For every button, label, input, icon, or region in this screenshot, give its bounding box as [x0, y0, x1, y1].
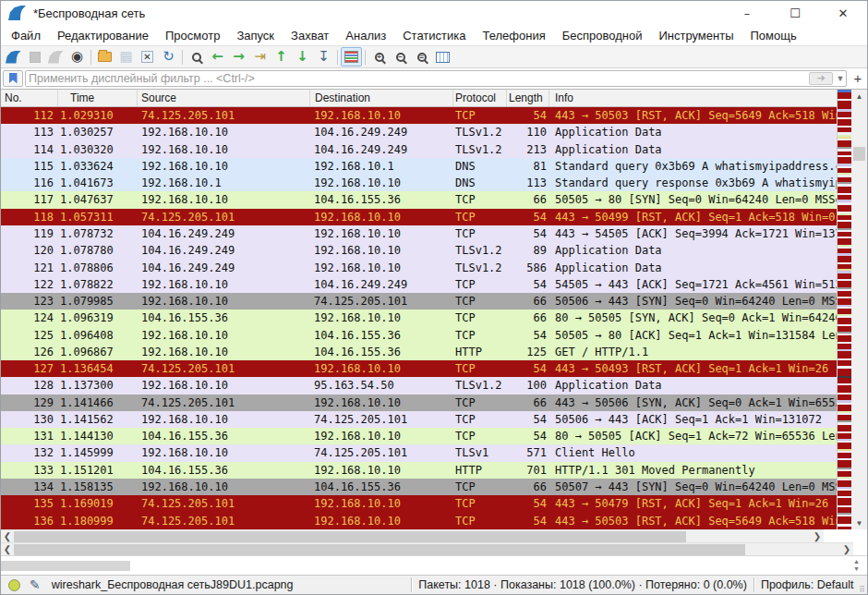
close-button[interactable]: ✕: [819, 1, 867, 25]
packet-row-120[interactable]: 1201.078780104.16.249.249192.168.10.10TL…: [1, 242, 837, 259]
packet-row-132[interactable]: 1321.145999192.168.10.1074.125.205.101TL…: [1, 444, 837, 461]
packet-row-119[interactable]: 1191.078732104.16.249.249192.168.10.10TC…: [1, 225, 837, 242]
packet-list-hscrollbar[interactable]: ❮ ❯: [1, 529, 824, 542]
packet-row-117[interactable]: 1171.047637192.168.10.10104.16.155.36TCP…: [1, 191, 837, 208]
column-header-source[interactable]: Source: [138, 90, 310, 106]
next-packet-icon[interactable]: →: [228, 47, 249, 67]
packet-row-129[interactable]: 1291.14146674.125.205.101192.168.10.10TC…: [1, 395, 837, 411]
reload-file-icon[interactable]: ↻: [158, 47, 179, 67]
column-header-length[interactable]: Length: [507, 90, 549, 106]
apply-filter-button[interactable]: ➜: [809, 72, 833, 85]
spinner-down-icon[interactable]: ▼: [853, 565, 860, 573]
goto-packet-icon[interactable]: ⇥: [249, 47, 271, 67]
zoom-original-icon[interactable]: =: [411, 47, 432, 67]
cell-src: 192.168.10.10: [138, 344, 310, 360]
menu-item-1[interactable]: Редактирование: [49, 27, 157, 44]
menu-item-2[interactable]: Просмотр: [157, 27, 228, 44]
packet-row-128[interactable]: 1281.137300192.168.10.1095.163.54.50TLSv…: [1, 377, 837, 394]
menu-item-10[interactable]: Помощь: [742, 27, 805, 44]
hscroll-thumb-1[interactable]: [14, 531, 686, 542]
packet-row-136[interactable]: 1361.18099974.125.205.101192.168.10.10TC…: [1, 512, 837, 528]
column-header-no[interactable]: No.: [1, 90, 58, 106]
open-file-icon[interactable]: [94, 47, 115, 67]
packet-row-125[interactable]: 1251.096408192.168.10.10104.16.155.36TCP…: [1, 326, 837, 343]
packet-row-124[interactable]: 1241.096319104.16.155.36192.168.10.10TCP…: [1, 310, 837, 326]
scroll-right-icon[interactable]: ❯: [840, 543, 853, 556]
scroll-left-icon[interactable]: ❮: [1, 543, 14, 556]
column-header-destination[interactable]: Destination: [310, 90, 453, 106]
menu-item-9[interactable]: Инструменты: [650, 27, 741, 44]
vertical-scrollbar[interactable]: ▲ ▼: [851, 90, 867, 529]
menu-item-3[interactable]: Запуск: [228, 27, 283, 44]
packet-row-127[interactable]: 1271.13645474.125.205.101192.168.10.10TC…: [1, 360, 837, 377]
minimize-button[interactable]: –: [723, 1, 771, 25]
expert-info-icon[interactable]: [8, 579, 20, 591]
save-file-icon[interactable]: ▦: [115, 47, 137, 67]
menu-item-0[interactable]: Файл: [3, 27, 49, 44]
packet-row-131[interactable]: 1311.144130104.16.155.36192.168.10.10TCP…: [1, 428, 837, 444]
packet-row-130[interactable]: 1301.141562192.168.10.1074.125.205.101TC…: [1, 411, 837, 428]
packet-row-134[interactable]: 1341.158135192.168.10.10104.16.155.36TCP…: [1, 479, 837, 495]
column-header-time[interactable]: Time: [58, 90, 138, 106]
packet-row-116[interactable]: 1161.041673192.168.10.1192.168.10.10DNS1…: [1, 175, 837, 191]
add-filter-button-button[interactable]: +: [850, 70, 865, 87]
packet-row-113[interactable]: 1131.030257192.168.10.10104.16.249.249TL…: [1, 124, 837, 140]
menu-item-4[interactable]: Захват: [283, 27, 337, 44]
capture-options-icon[interactable]: ◉: [66, 47, 88, 67]
packet-row-118[interactable]: 1181.05731174.125.205.101192.168.10.10TC…: [1, 209, 837, 225]
detail-pane-hscrollbar[interactable]: ❮ ❯: [1, 542, 853, 555]
bytes-scroll-thumb[interactable]: [1, 561, 130, 571]
first-packet-icon[interactable]: ↑: [271, 47, 292, 67]
spinner-up-icon[interactable]: ▲: [853, 558, 860, 565]
column-header-info[interactable]: Info: [549, 90, 837, 106]
packet-row-114[interactable]: 1141.030320192.168.10.10104.16.249.249TL…: [1, 141, 837, 158]
packet-row-115[interactable]: 1151.033624192.168.10.10192.168.10.1DNS8…: [1, 158, 837, 175]
packet-row-122[interactable]: 1221.078822192.168.10.10104.16.249.249TC…: [1, 276, 837, 293]
hscroll-track-1[interactable]: [14, 530, 811, 542]
cell-proto: TCP: [453, 428, 507, 444]
vertical-scroll-thumb[interactable]: [853, 147, 865, 161]
menu-item-8[interactable]: Беспроводной: [554, 27, 651, 44]
profile-label[interactable]: Профиль: Default: [761, 578, 854, 591]
menu-item-7[interactable]: Телефония: [474, 27, 553, 44]
scroll-left-icon[interactable]: ❮: [1, 530, 14, 543]
minimap-stripe: [838, 405, 851, 411]
bytes-pane-scrollbar[interactable]: ▲ ▼: [1, 555, 867, 575]
close-file-icon[interactable]: ✕: [137, 47, 158, 67]
find-packet-icon[interactable]: [186, 47, 207, 67]
resize-grip-icon[interactable]: ⠿: [859, 585, 865, 594]
colorize-icon[interactable]: [341, 47, 362, 67]
hscroll-track-2[interactable]: [14, 543, 840, 555]
restart-capture-icon[interactable]: [45, 47, 66, 67]
maximize-button[interactable]: ☐: [771, 1, 819, 25]
stop-capture-icon[interactable]: [24, 47, 45, 67]
packet-row-135[interactable]: 1351.16901974.125.205.101192.168.10.10TC…: [1, 495, 837, 512]
zoom-in-icon[interactable]: +: [368, 47, 390, 67]
filter-bookmark-button[interactable]: [3, 70, 23, 87]
packet-row-112[interactable]: 1121.02931074.125.205.101192.168.10.10TC…: [1, 107, 837, 124]
auto-scroll-icon[interactable]: ↧: [313, 47, 334, 67]
packet-row-121[interactable]: 1211.078806104.16.249.249192.168.10.10TL…: [1, 259, 837, 275]
intelligent-scrollbar-minimap[interactable]: [837, 90, 851, 529]
filter-dropdown-icon[interactable]: ▼: [835, 74, 846, 83]
resize-columns-icon[interactable]: [432, 47, 453, 67]
capture-filename[interactable]: wireshark_Беспроводная сетьJ89DU1.pcapng: [52, 578, 294, 591]
packet-row-133[interactable]: 1331.151201104.16.155.36192.168.10.10HTT…: [1, 462, 837, 479]
packet-row-123[interactable]: 1231.079985192.168.10.1074.125.205.101TC…: [1, 293, 837, 310]
vertical-scroll-track[interactable]: [851, 103, 867, 516]
zoom-out-icon[interactable]: −: [390, 47, 411, 67]
scroll-right-icon[interactable]: ❯: [811, 530, 824, 543]
previous-packet-icon[interactable]: ←: [207, 47, 228, 67]
packet-row-126[interactable]: 1261.096867192.168.10.10104.16.155.36HTT…: [1, 344, 837, 360]
capture-comment-icon[interactable]: ✎: [30, 577, 41, 592]
scroll-down-icon[interactable]: ▼: [851, 516, 867, 529]
hscroll-thumb-2[interactable]: [14, 544, 745, 555]
menu-item-6[interactable]: Статистика: [394, 27, 474, 44]
start-capture-icon[interactable]: [3, 47, 24, 67]
scroll-up-icon[interactable]: ▲: [851, 90, 867, 103]
menu-item-5[interactable]: Анализ: [337, 27, 394, 44]
pane-spinner[interactable]: ▲ ▼: [853, 558, 860, 573]
display-filter-input[interactable]: [29, 72, 809, 85]
last-packet-icon[interactable]: ↓: [292, 47, 313, 67]
column-header-protocol[interactable]: Protocol: [453, 90, 507, 106]
